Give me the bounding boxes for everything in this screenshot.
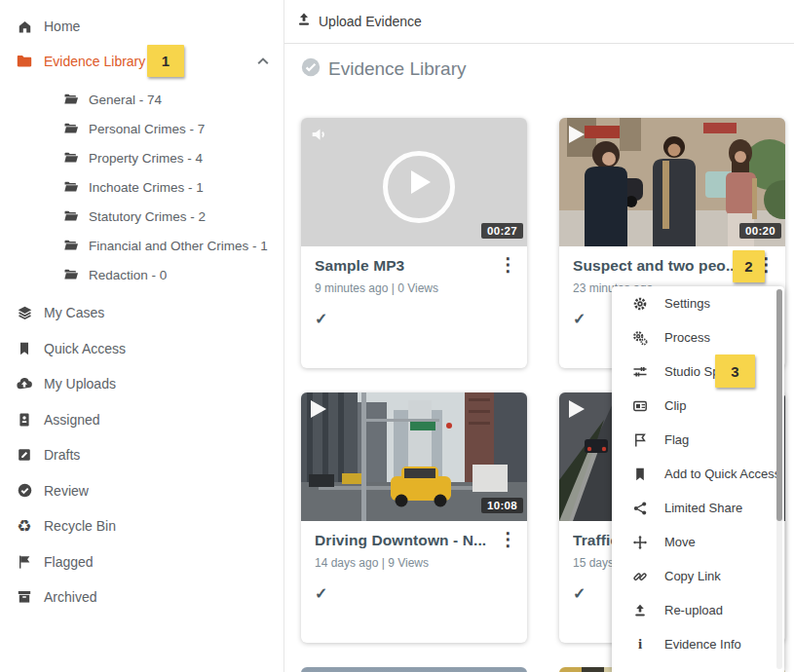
- sidebar-item-evidence-library[interactable]: Evidence Library: [0, 44, 284, 79]
- menu-item-settings[interactable]: Settings: [612, 286, 784, 320]
- kebab-menu-icon[interactable]: ⋮: [499, 530, 517, 548]
- menu-item-limited-share[interactable]: Limited Share: [612, 491, 784, 525]
- menu-scrollbar-thumb[interactable]: [776, 289, 782, 521]
- menu-item-label: Move: [664, 535, 696, 549]
- recycle-icon: ♻: [16, 517, 33, 535]
- sidebar-item-label: Assigned: [44, 412, 100, 428]
- page-title: Evidence Library: [301, 57, 794, 81]
- sidebar-item-review[interactable]: Review: [0, 473, 284, 509]
- upload-evidence-button[interactable]: Upload Evidence: [284, 0, 794, 44]
- open-folder-icon: [62, 237, 80, 254]
- sidebar-item-label: Archived: [44, 589, 96, 605]
- video-thumbnail[interactable]: 10:08: [301, 392, 527, 521]
- sidebar-folder-property-crimes[interactable]: Property Crimes - 4: [0, 143, 284, 172]
- folder-label: General - 74: [89, 93, 162, 107]
- sidebar-item-my-uploads[interactable]: My Uploads: [0, 366, 284, 402]
- sidebar-item-flagged[interactable]: Flagged: [0, 544, 284, 580]
- sidebar-folder-statutory-crimes[interactable]: Statutory Crimes - 2: [0, 202, 284, 231]
- evidence-context-menu: Settings Process Studio Space Clip Flag …: [612, 286, 784, 672]
- sidebar: Home Evidence Library General - 74 Perso…: [0, 0, 284, 672]
- menu-item-copy-link[interactable]: Copy Link: [612, 559, 784, 593]
- sidebar-item-label: Flagged: [44, 554, 94, 570]
- menu-item-evidence-info[interactable]: i Evidence Info: [612, 627, 784, 661]
- menu-item-label: Re-upload: [664, 603, 723, 617]
- evidence-title[interactable]: Suspect and two peo...: [573, 257, 758, 275]
- evidence-library-folders: General - 74 Personal Crimes - 7 Propert…: [0, 85, 284, 289]
- gear-icon: [632, 296, 648, 312]
- step-badge-1: 1: [147, 45, 184, 77]
- sidebar-item-drafts[interactable]: Drafts: [0, 437, 284, 473]
- menu-item-re-upload[interactable]: Re-upload: [612, 593, 784, 627]
- bookmark-icon: [16, 340, 33, 357]
- upload-icon: [296, 12, 312, 31]
- sidebar-folder-personal-crimes[interactable]: Personal Crimes - 7: [0, 114, 284, 143]
- step-badge-2: 2: [733, 250, 765, 282]
- video-thumbnail[interactable]: 00:20: [559, 118, 785, 246]
- menu-item-hidden[interactable]: [612, 661, 784, 672]
- menu-item-move[interactable]: Move: [612, 525, 784, 559]
- menu-item-label: Clip: [664, 398, 686, 413]
- evidence-card-driving-downtown: 10:08 Driving Downtown - N... ⋮ 14 days …: [301, 392, 527, 643]
- page-title-label: Evidence Library: [328, 58, 467, 80]
- folder-label: Financial and Other Crimes - 1: [89, 239, 268, 253]
- sidebar-item-label: Recycle Bin: [44, 518, 116, 534]
- sidebar-folder-redaction[interactable]: Redaction - 0: [0, 260, 284, 289]
- step-badge-3: 3: [715, 355, 755, 388]
- sidebar-folder-inchoate-crimes[interactable]: Inchoate Crimes - 1: [0, 172, 284, 202]
- sidebar-item-assigned[interactable]: Assigned: [0, 402, 284, 438]
- layers-icon: [16, 304, 33, 321]
- sidebar-item-archived[interactable]: Archived: [0, 579, 284, 616]
- folder-label: Statutory Crimes - 2: [89, 209, 206, 224]
- share-icon: [632, 501, 648, 516]
- sidebar-item-label: Drafts: [44, 447, 80, 463]
- link-icon: [632, 569, 648, 584]
- duration-badge: 00:20: [739, 223, 781, 239]
- sidebar-folder-financial-crimes[interactable]: Financial and Other Crimes - 1: [0, 231, 284, 260]
- duration-badge: 10:08: [481, 498, 523, 513]
- check-circle-icon: [16, 482, 33, 500]
- folder-label: Redaction - 0: [89, 268, 167, 282]
- evidence-title[interactable]: Sample MP3: [315, 257, 500, 275]
- sidebar-item-my-cases[interactable]: My Cases: [0, 295, 284, 331]
- sidebar-item-quick-access[interactable]: Quick Access: [0, 331, 284, 367]
- video-thumbnail-partial[interactable]: [301, 667, 527, 672]
- kebab-menu-icon[interactable]: ⋮: [499, 255, 517, 274]
- info-icon: i: [632, 637, 648, 653]
- audio-thumbnail[interactable]: 00:27: [301, 118, 527, 246]
- selected-check-icon[interactable]: ✓: [315, 584, 513, 603]
- menu-item-label: Flag: [664, 432, 689, 447]
- flag-icon: [16, 553, 33, 571]
- sidebar-folder-general[interactable]: General - 74: [0, 85, 284, 114]
- open-folder-icon: [62, 149, 80, 167]
- menu-item-flag[interactable]: Flag: [612, 423, 784, 457]
- folder-label: Inchoate Crimes - 1: [89, 180, 204, 195]
- sidebar-item-label: Review: [44, 483, 89, 499]
- menu-item-clip[interactable]: Clip: [612, 389, 784, 423]
- move-icon: [632, 535, 648, 550]
- folder-label: Property Crimes - 4: [89, 151, 203, 166]
- process-gears-icon: [632, 330, 648, 346]
- selected-check-icon[interactable]: ✓: [315, 310, 513, 328]
- upload-evidence-label: Upload Evidence: [319, 14, 422, 29]
- duration-badge: 00:27: [481, 223, 523, 239]
- open-folder-icon: [62, 178, 80, 196]
- sidebar-item-home[interactable]: Home: [0, 9, 284, 44]
- clip-icon: [632, 398, 648, 414]
- folder-label: Personal Crimes - 7: [89, 122, 205, 136]
- menu-item-studio-space[interactable]: Studio Space: [612, 355, 784, 389]
- menu-item-add-to-quick-access[interactable]: Add to Quick Access: [612, 457, 784, 491]
- chevron-up-icon[interactable]: [255, 54, 271, 73]
- sidebar-item-label: Evidence Library: [44, 54, 145, 69]
- cloud-upload-icon: [16, 375, 33, 392]
- bookmark-icon: [632, 467, 648, 482]
- open-folder-icon: [62, 91, 80, 108]
- archive-icon: [16, 588, 33, 606]
- play-button[interactable]: [383, 151, 455, 223]
- sidebar-main-items: My Cases Quick Access My Uploads Assigne…: [0, 295, 284, 616]
- tune-icon: [632, 364, 648, 380]
- sidebar-item-recycle-bin[interactable]: ♻ Recycle Bin: [0, 508, 284, 544]
- evidence-meta: 14 days ago | 9 Views: [315, 556, 513, 570]
- menu-item-process[interactable]: Process: [612, 320, 784, 355]
- evidence-title[interactable]: Driving Downtown - N...: [315, 532, 500, 549]
- evidence-meta: 9 minutes ago | 0 Views: [315, 281, 513, 295]
